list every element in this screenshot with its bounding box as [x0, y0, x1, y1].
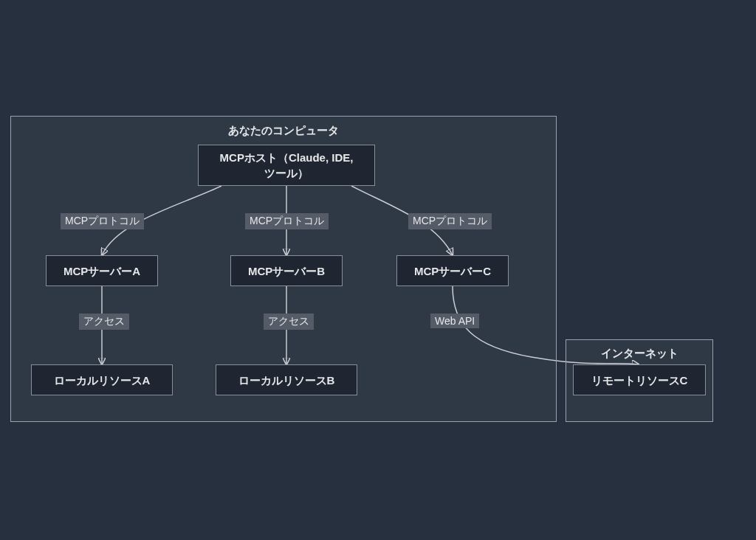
node-server-b: MCPサーバーB	[230, 255, 343, 286]
edge-label-b-resB: アクセス	[264, 314, 314, 330]
node-mcp-host-line1: MCPホスト（Claude, IDE,	[220, 151, 354, 164]
node-server-a: MCPサーバーA	[46, 255, 158, 286]
node-server-c: MCPサーバーC	[396, 255, 509, 286]
node-mcp-host-line2: ツール）	[264, 167, 309, 179]
node-resource-c: リモートリソースC	[573, 364, 706, 395]
node-resource-a: ローカルリソースA	[31, 364, 173, 395]
edge-label-host-b: MCPプロトコル	[245, 213, 329, 229]
edge-label-host-c: MCPプロトコル	[408, 213, 492, 229]
container-internet-title: インターネット	[566, 347, 713, 361]
node-mcp-host: MCPホスト（Claude, IDE, ツール）	[198, 145, 375, 186]
edge-label-host-a: MCPプロトコル	[61, 213, 144, 229]
node-resource-b: ローカルリソースB	[216, 364, 357, 395]
edge-label-c-resC: Web API	[430, 314, 479, 328]
edge-label-a-resA: アクセス	[79, 314, 129, 330]
container-computer-title: あなたのコンピュータ	[10, 124, 557, 138]
